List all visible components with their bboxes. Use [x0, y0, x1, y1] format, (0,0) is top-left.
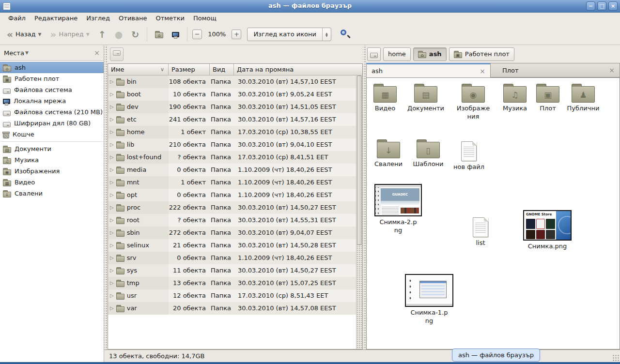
pane-splitter[interactable]	[104, 45, 108, 362]
sidebar-item-encrypted-80gb[interactable]: Шифриран дял (80 GB)	[0, 118, 104, 129]
sidebar-item-home-ash[interactable]: ⌂ ash	[0, 62, 104, 73]
expander-icon[interactable]: ▷	[110, 126, 114, 138]
sidebar-item-filesystem[interactable]: Файлова система	[0, 84, 104, 95]
expander-icon[interactable]: ▷	[110, 138, 114, 151]
grid-item-downloads[interactable]: ↓ Свалени	[370, 138, 407, 168]
back-button[interactable]: « Назад ▼	[4, 29, 44, 40]
table-row[interactable]: ▷ boot 10 обекта Папка 30.03.2010 (вт) 9…	[108, 88, 356, 101]
expander-icon[interactable]: ▷	[110, 252, 114, 264]
zoom-in-button[interactable]: +	[232, 30, 241, 39]
expander-icon[interactable]: ▷	[110, 88, 114, 101]
expander-icon[interactable]: ▷	[110, 151, 114, 164]
path-home-button[interactable]: home	[383, 47, 411, 61]
path-desktop-button[interactable]: ▣ Работен плот	[449, 47, 514, 61]
up-button[interactable]: ↑	[95, 28, 109, 41]
expander-icon[interactable]: ▷	[110, 289, 114, 302]
back-dropdown-icon[interactable]: ▼	[38, 32, 42, 37]
expander-icon[interactable]: ▷	[110, 176, 114, 189]
expander-icon[interactable]: ▷	[110, 189, 114, 201]
sidebar-item-music[interactable]: ♫ Музика	[0, 154, 104, 166]
stop-button[interactable]: ●	[112, 28, 126, 41]
table-row[interactable]: ▷ usr 12 обекта Папка 17.03.2010 (ср) 8,…	[108, 289, 356, 302]
table-row[interactable]: ▷ opt 0 обекта Папка 1.10.2009 (чт) 18,4…	[108, 189, 356, 201]
tab-ash[interactable]: ash ×	[366, 63, 491, 77]
tab-close-icon[interactable]: ×	[480, 67, 485, 75]
reload-button[interactable]: ↻	[128, 28, 142, 41]
column-header-type[interactable]: Вид	[210, 64, 234, 76]
table-row[interactable]: ▷ selinux 21 обекта Папка 30.03.2010 (вт…	[108, 239, 356, 252]
resize-grip-icon[interactable]	[612, 354, 619, 361]
table-row[interactable]: ▷ srv 0 обекта Папка 1.10.2009 (чт) 18,4…	[108, 252, 356, 264]
vertical-scrollbar[interactable]	[356, 76, 362, 349]
grid-item-music[interactable]: ♫ Музика	[496, 83, 533, 112]
minimize-button[interactable]: −	[586, 1, 595, 11]
table-row[interactable]: ▷ lost+found ? обекта Папка 17.03.2010 (…	[108, 151, 356, 164]
grid-item-documents[interactable]: ▤ Документи	[407, 83, 444, 112]
sidebar-item-local-network[interactable]: Локална мрежа	[0, 95, 104, 106]
forward-button[interactable]: » Напред ▼	[47, 29, 92, 40]
table-row[interactable]: ▷ var 20 обекта Папка 30.03.2010 (вт) 14…	[108, 302, 356, 315]
table-row[interactable]: ▷ sbin 272 обекта Папка 30.03.2010 (вт) …	[108, 227, 356, 239]
expander-icon[interactable]: ▷	[110, 113, 114, 126]
menu-help[interactable]: Помощ	[189, 14, 221, 23]
grid-item-templates[interactable]: ▯ Шаблони	[410, 138, 447, 168]
tab-plot[interactable]: Плот ×	[491, 63, 620, 77]
tab-close-icon[interactable]: ×	[609, 66, 615, 74]
sidebar-item-documents[interactable]: ▤ Документи	[0, 143, 104, 154]
sidebar-item-pictures[interactable]: ◉ Изображения	[0, 166, 104, 177]
menu-view[interactable]: Изглед	[82, 14, 114, 23]
expander-icon[interactable]: ▷	[110, 214, 114, 227]
expander-icon[interactable]: ▷	[110, 264, 114, 277]
root-location-button[interactable]	[110, 47, 124, 61]
expander-icon[interactable]: ▷	[110, 76, 114, 88]
grid-item-new-file[interactable]: нов файл	[450, 139, 487, 171]
grid-item-list[interactable]: list	[462, 215, 499, 247]
menu-go[interactable]: Отиване	[114, 14, 151, 23]
expander-icon[interactable]: ▷	[110, 239, 114, 252]
expander-icon[interactable]: ▷	[110, 227, 114, 239]
grid-item-desktop[interactable]: ▣ Плот	[529, 83, 566, 112]
zoom-out-button[interactable]: −	[192, 30, 202, 39]
column-header-size[interactable]: Размер	[169, 64, 210, 76]
menu-file[interactable]: Файл	[4, 14, 30, 23]
table-row[interactable]: ▷ dev 190 обекта Папка 30.03.2010 (вт) 1…	[108, 101, 356, 113]
table-row[interactable]: ▷ sys 11 обекта Папка 30.03.2010 (вт) 14…	[108, 264, 356, 277]
close-button[interactable]: ×	[608, 1, 618, 11]
table-row[interactable]: ▷ bin 108 обекта Папка 30.03.2010 (вт) 1…	[108, 76, 356, 88]
expander-icon[interactable]: ▷	[110, 277, 114, 289]
column-header-date[interactable]: Дата на промяна	[234, 64, 362, 76]
sidebar-close-icon[interactable]: ×	[94, 49, 100, 57]
table-row[interactable]: ▷ media 0 обекта Папка 1.10.2009 (чт) 18…	[108, 164, 356, 176]
home-button[interactable]: ⌂	[152, 29, 166, 40]
menu-edit[interactable]: Редактиране	[30, 14, 82, 23]
view-mode-combobox[interactable]: Изглед като икони ▲▼	[247, 28, 331, 41]
table-row[interactable]: ▷ home 1 обект Папка 17.03.2010 (ср) 10,…	[108, 126, 356, 138]
sidebar-item-downloads[interactable]: ↓ Свалени	[0, 188, 104, 199]
scrollbar-thumb[interactable]	[357, 76, 362, 245]
maximize-button[interactable]: □	[597, 1, 606, 11]
table-row[interactable]: ▷ lib 210 обекта Папка 30.03.2010 (вт) 9…	[108, 138, 356, 151]
menu-bookmarks[interactable]: Отметки	[151, 14, 188, 23]
sidebar-item-filesystem-210mb[interactable]: Файлова система (210 MB)	[0, 106, 104, 118]
column-header-name[interactable]: Име ∨	[108, 64, 169, 76]
search-button[interactable]	[339, 28, 352, 41]
grid-item-public[interactable]: ♟ Публични	[565, 83, 602, 112]
pane-splitter[interactable]	[363, 45, 366, 362]
grid-item-video[interactable]: ▦ Видео	[367, 83, 403, 112]
sidebar-item-desktop[interactable]: ▣ Работен плот	[0, 73, 104, 84]
sidebar-item-trash[interactable]: Кошче	[0, 129, 104, 140]
grid-item-snimka1[interactable]: Снимка-1.png	[404, 274, 454, 325]
grid-item-snimka2[interactable]: GUADEC Снимка-2.png	[373, 184, 423, 234]
grid-item-snimka[interactable]: GNOME Store Снимка.png	[522, 210, 573, 250]
sidebar-header[interactable]: Места ▼ ×	[0, 45, 104, 61]
computer-button[interactable]	[169, 29, 182, 39]
expander-icon[interactable]: ▷	[110, 302, 114, 315]
path-root-button[interactable]	[367, 47, 381, 61]
table-row[interactable]: ▷ proc 222 обекта Папка 30.03.2010 (вт) …	[108, 201, 356, 214]
table-row[interactable]: ▷ root ? обекта Папка 30.03.2010 (вт) 14…	[108, 214, 356, 227]
grid-item-pictures[interactable]: ◉ Изображения	[455, 83, 492, 121]
sidebar-item-video[interactable]: ▦ Видео	[0, 177, 104, 188]
table-row[interactable]: ▷ etc 241 обекта Папка 30.03.2010 (вт) 1…	[108, 113, 356, 126]
expander-icon[interactable]: ▷	[110, 101, 114, 113]
path-ash-button[interactable]: ⌂ ash	[413, 47, 447, 61]
